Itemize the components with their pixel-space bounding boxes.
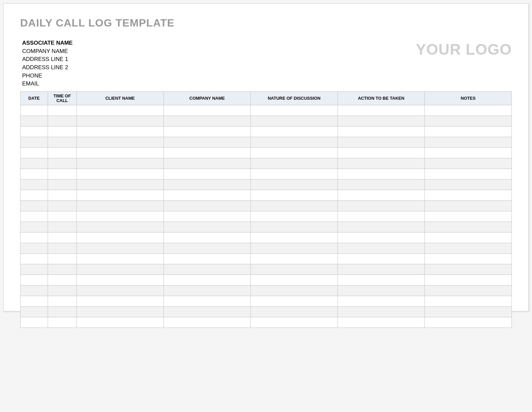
- cell-notes[interactable]: [424, 254, 511, 264]
- cell-nature[interactable]: [250, 285, 337, 296]
- cell-date[interactable]: [21, 201, 48, 211]
- cell-nature[interactable]: [250, 243, 337, 254]
- cell-company[interactable]: [163, 169, 250, 180]
- cell-client[interactable]: [76, 180, 163, 190]
- cell-action[interactable]: [337, 211, 424, 222]
- cell-company[interactable]: [163, 127, 250, 137]
- cell-action[interactable]: [337, 285, 424, 296]
- cell-action[interactable]: [337, 127, 424, 137]
- cell-nature[interactable]: [250, 211, 337, 222]
- cell-time[interactable]: [48, 285, 76, 296]
- cell-company[interactable]: [163, 317, 250, 328]
- cell-action[interactable]: [337, 317, 424, 328]
- cell-nature[interactable]: [250, 296, 337, 307]
- cell-action[interactable]: [337, 275, 424, 285]
- cell-nature[interactable]: [250, 254, 337, 264]
- cell-client[interactable]: [76, 285, 163, 296]
- cell-time[interactable]: [48, 254, 76, 264]
- cell-time[interactable]: [48, 275, 76, 285]
- cell-client[interactable]: [76, 116, 163, 127]
- cell-action[interactable]: [337, 296, 424, 307]
- cell-notes[interactable]: [424, 148, 511, 158]
- cell-company[interactable]: [163, 116, 250, 127]
- cell-nature[interactable]: [250, 127, 337, 137]
- cell-nature[interactable]: [250, 169, 337, 180]
- cell-notes[interactable]: [424, 190, 511, 201]
- cell-notes[interactable]: [424, 307, 511, 317]
- cell-notes[interactable]: [424, 158, 511, 169]
- cell-company[interactable]: [163, 285, 250, 296]
- cell-action[interactable]: [337, 180, 424, 190]
- cell-notes[interactable]: [424, 317, 511, 328]
- cell-date[interactable]: [21, 116, 48, 127]
- cell-notes[interactable]: [424, 127, 511, 137]
- cell-time[interactable]: [48, 190, 76, 201]
- cell-company[interactable]: [163, 211, 250, 222]
- cell-action[interactable]: [337, 190, 424, 201]
- cell-action[interactable]: [337, 148, 424, 158]
- cell-nature[interactable]: [250, 148, 337, 158]
- cell-date[interactable]: [21, 137, 48, 148]
- cell-company[interactable]: [163, 180, 250, 190]
- cell-action[interactable]: [337, 232, 424, 243]
- cell-company[interactable]: [163, 137, 250, 148]
- cell-client[interactable]: [76, 127, 163, 137]
- cell-time[interactable]: [48, 201, 76, 211]
- cell-company[interactable]: [163, 158, 250, 169]
- cell-date[interactable]: [21, 105, 48, 116]
- cell-time[interactable]: [48, 296, 76, 307]
- cell-action[interactable]: [337, 158, 424, 169]
- cell-company[interactable]: [163, 232, 250, 243]
- cell-date[interactable]: [21, 307, 48, 317]
- cell-nature[interactable]: [250, 201, 337, 211]
- cell-client[interactable]: [76, 190, 163, 201]
- cell-time[interactable]: [48, 127, 76, 137]
- cell-date[interactable]: [21, 317, 48, 328]
- cell-action[interactable]: [337, 116, 424, 127]
- cell-date[interactable]: [21, 254, 48, 264]
- cell-action[interactable]: [337, 105, 424, 116]
- cell-time[interactable]: [48, 116, 76, 127]
- cell-notes[interactable]: [424, 137, 511, 148]
- cell-notes[interactable]: [424, 105, 511, 116]
- cell-time[interactable]: [48, 222, 76, 232]
- cell-date[interactable]: [21, 275, 48, 285]
- cell-notes[interactable]: [424, 169, 511, 180]
- cell-date[interactable]: [21, 264, 48, 275]
- cell-nature[interactable]: [250, 264, 337, 275]
- cell-notes[interactable]: [424, 243, 511, 254]
- cell-notes[interactable]: [424, 180, 511, 190]
- cell-time[interactable]: [48, 307, 76, 317]
- cell-notes[interactable]: [424, 211, 511, 222]
- cell-nature[interactable]: [250, 137, 337, 148]
- cell-notes[interactable]: [424, 264, 511, 275]
- cell-date[interactable]: [21, 180, 48, 190]
- cell-date[interactable]: [21, 243, 48, 254]
- cell-nature[interactable]: [250, 116, 337, 127]
- cell-date[interactable]: [21, 190, 48, 201]
- cell-company[interactable]: [163, 222, 250, 232]
- cell-nature[interactable]: [250, 180, 337, 190]
- cell-date[interactable]: [21, 169, 48, 180]
- cell-date[interactable]: [21, 148, 48, 158]
- cell-client[interactable]: [76, 201, 163, 211]
- cell-company[interactable]: [163, 264, 250, 275]
- cell-time[interactable]: [48, 264, 76, 275]
- cell-client[interactable]: [76, 158, 163, 169]
- cell-notes[interactable]: [424, 285, 511, 296]
- cell-company[interactable]: [163, 190, 250, 201]
- cell-notes[interactable]: [424, 232, 511, 243]
- cell-date[interactable]: [21, 222, 48, 232]
- cell-company[interactable]: [163, 296, 250, 307]
- cell-company[interactable]: [163, 254, 250, 264]
- cell-time[interactable]: [48, 211, 76, 222]
- cell-action[interactable]: [337, 169, 424, 180]
- cell-client[interactable]: [76, 317, 163, 328]
- cell-company[interactable]: [163, 105, 250, 116]
- cell-client[interactable]: [76, 264, 163, 275]
- cell-nature[interactable]: [250, 317, 337, 328]
- cell-time[interactable]: [48, 317, 76, 328]
- cell-time[interactable]: [48, 105, 76, 116]
- cell-client[interactable]: [76, 275, 163, 285]
- cell-notes[interactable]: [424, 275, 511, 285]
